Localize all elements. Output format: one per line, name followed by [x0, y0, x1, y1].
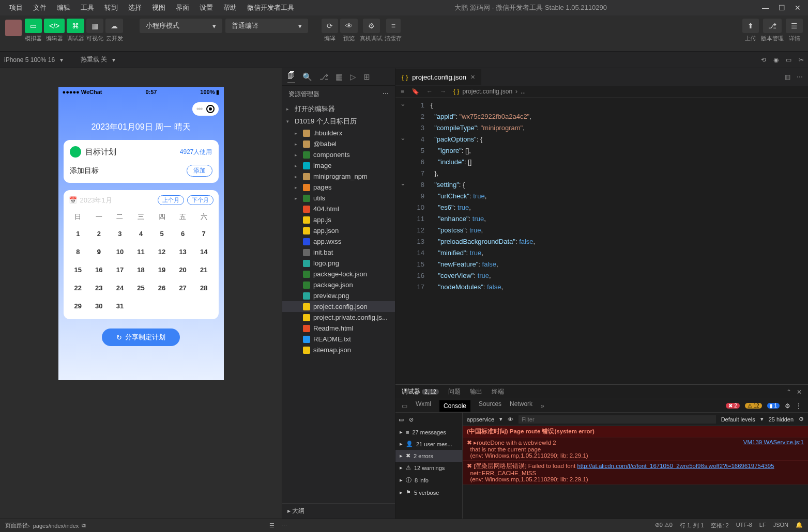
file-item[interactable]: app.wxss — [282, 236, 395, 247]
calendar-day[interactable]: 7 — [194, 226, 214, 242]
more-icon[interactable]: ⋯ — [282, 522, 287, 529]
device-selector[interactable]: iPhone 5 100% 16 — [4, 56, 55, 64]
share-plan-button[interactable]: ↻ 分享制定计划 — [102, 328, 180, 346]
bookmark-icon[interactable]: 🔖 — [411, 88, 419, 95]
more-icon[interactable]: ⋮ — [796, 402, 802, 410]
record-icon[interactable]: ◉ — [773, 56, 779, 64]
folder-item[interactable]: ▸image — [282, 160, 395, 171]
target-icon[interactable] — [206, 105, 215, 113]
close-tab-icon[interactable]: ✕ — [470, 74, 475, 81]
calendar-day[interactable]: 26 — [153, 280, 172, 296]
file-item[interactable]: package-lock.json — [282, 269, 395, 279]
action-button[interactable]: ⚙ — [363, 19, 380, 33]
robot-icon[interactable]: ⊞ — [363, 72, 370, 82]
calendar-day[interactable]: 20 — [173, 262, 192, 278]
debug-tab[interactable]: 终端 — [492, 387, 504, 396]
panel-toggle-icon[interactable]: ▭ — [402, 402, 407, 410]
open-editors-section[interactable]: ▸打开的编辑器 — [282, 103, 395, 115]
capsule-menu[interactable]: ••• — [192, 102, 219, 116]
devtools-tab[interactable]: Wxml — [416, 400, 431, 412]
more-icon[interactable]: ••• — [196, 104, 202, 114]
device-icon[interactable]: ▭ — [786, 56, 791, 64]
console-filter-row[interactable]: ▸👤21 user mes... — [395, 438, 462, 450]
search-icon[interactable]: 🔍 — [302, 72, 312, 82]
next-month-button[interactable]: 下个月 — [187, 195, 214, 205]
devtools-tab[interactable]: Network — [510, 400, 532, 412]
right-action-button[interactable]: ⎇ — [763, 19, 782, 33]
git-icon[interactable]: ⎇ — [319, 72, 328, 82]
mode-button[interactable]: ⌘ — [67, 19, 84, 33]
file-item[interactable]: README.txt — [282, 334, 395, 345]
calendar-day[interactable]: 31 — [111, 298, 130, 314]
menu-item[interactable]: 设置 — [194, 3, 218, 12]
eye-icon[interactable]: 👁 — [508, 416, 513, 423]
menu-item[interactable]: 工具 — [75, 3, 99, 12]
compile-mode-dropdown[interactable]: 小程序模式▾ — [140, 19, 222, 33]
folder-item[interactable]: ▸.hbuilderx — [282, 128, 395, 138]
file-item[interactable]: logo.png — [282, 258, 395, 269]
page-path[interactable]: pages/index/index — [33, 523, 79, 529]
explorer-tab-icon[interactable]: 🗐 — [287, 71, 295, 83]
prev-month-button[interactable]: 上个月 — [158, 195, 184, 205]
console-filter-row[interactable]: ▸ⓘ8 info — [395, 474, 462, 487]
debug-icon[interactable]: ▷ — [350, 72, 356, 82]
calendar-day[interactable]: 6 — [173, 226, 192, 242]
close-icon[interactable]: ✕ — [795, 4, 801, 12]
calendar-day[interactable]: 23 — [89, 280, 109, 296]
outline-section[interactable]: ▸ 大纲 — [282, 503, 395, 519]
right-action-button[interactable]: ⬆ — [742, 19, 759, 33]
scene-icon[interactable]: ☰ — [269, 522, 275, 529]
mode-button[interactable]: ▦ — [86, 19, 103, 33]
folder-item[interactable]: ▸pages — [282, 182, 395, 193]
cursor-position[interactable]: 行 1, 列 1 — [680, 522, 704, 529]
project-root[interactable]: ▾D1019 个人目标日历 — [282, 115, 395, 128]
calendar-day[interactable]: 27 — [173, 280, 192, 296]
more-icon[interactable]: ⋯ — [797, 73, 803, 81]
calendar-day[interactable]: 29 — [69, 298, 88, 314]
file-item[interactable]: sitemap.json — [282, 345, 395, 355]
split-icon[interactable]: ▥ — [785, 73, 790, 81]
collapse-icon[interactable]: ⌃ — [786, 388, 791, 396]
calendar-day[interactable]: 15 — [69, 262, 88, 278]
file-item[interactable]: app.json — [282, 225, 395, 236]
calendar-day[interactable]: 5 — [153, 226, 172, 242]
file-item[interactable]: Readme.html — [282, 323, 395, 334]
action-button[interactable]: 👁 — [340, 19, 358, 33]
calendar-day[interactable]: 8 — [69, 244, 88, 260]
file-item[interactable]: project.private.config.js... — [282, 312, 395, 323]
calendar-day[interactable]: 24 — [111, 280, 130, 296]
settings-icon[interactable]: ⚙ — [785, 402, 790, 410]
minimize-icon[interactable]: — — [762, 4, 769, 12]
calendar-day[interactable]: 19 — [153, 262, 172, 278]
calendar-day[interactable]: 14 — [194, 244, 214, 260]
bell-icon[interactable]: 🔔 — [796, 522, 803, 529]
calendar-day[interactable]: 21 — [194, 262, 214, 278]
editor-tab[interactable]: { } project.config.json ✕ — [395, 69, 482, 85]
info-badge[interactable]: ▮ 1 — [767, 403, 780, 409]
context-dropdown[interactable]: appservice — [467, 416, 494, 423]
folder-item[interactable]: ▸@babel — [282, 138, 395, 149]
folder-item[interactable]: ▸utils — [282, 193, 395, 204]
calendar-day[interactable]: 11 — [131, 244, 150, 260]
calendar-day[interactable]: 28 — [194, 280, 214, 296]
devtools-tab[interactable]: Console — [439, 400, 470, 412]
more-icon[interactable]: ⋯ — [383, 90, 389, 99]
console-filter-row[interactable]: ▸⚑5 verbose — [395, 487, 462, 498]
debug-tab[interactable]: 调试器 2, 12 — [402, 387, 439, 396]
action-button[interactable]: ≡ — [386, 19, 401, 33]
right-action-button[interactable]: ☰ — [786, 19, 803, 33]
compile-type-dropdown[interactable]: 普通编译▾ — [225, 19, 308, 33]
calendar-day[interactable]: 18 — [131, 262, 150, 278]
hot-reload-toggle[interactable]: 热重载 关 — [81, 55, 107, 64]
hidden-count[interactable]: 25 hidden — [769, 416, 794, 423]
menu-item[interactable]: 编辑 — [52, 3, 75, 12]
calendar-day[interactable]: 22 — [69, 280, 88, 296]
calendar-day[interactable]: 9 — [89, 244, 109, 260]
calendar-day[interactable]: 25 — [131, 280, 150, 296]
mode-button[interactable]: ☁ — [105, 19, 123, 33]
calendar-day[interactable]: 16 — [89, 262, 109, 278]
menu-item[interactable]: 界面 — [171, 3, 194, 12]
file-item[interactable]: project.config.json — [282, 301, 395, 312]
problems-count[interactable]: ⊘0 ⚠0 — [655, 522, 673, 529]
calendar-day[interactable]: 2 — [89, 226, 109, 242]
